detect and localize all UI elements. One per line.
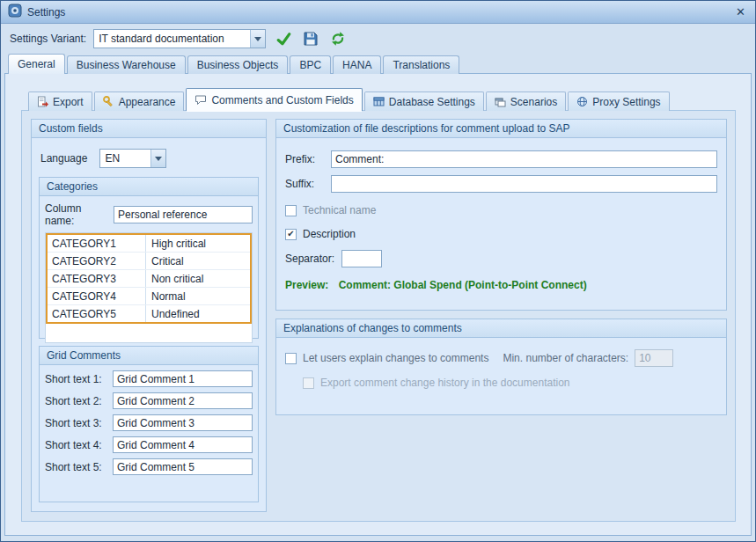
settings-window: Settings ✕ Settings Variant: IT standard… [0,0,756,542]
preview-row: Preview: Comment: Global Spend (Point-to… [285,279,717,291]
short-text-1-label: Short text 1: [45,373,108,385]
category-row[interactable]: CATEGORY5 Undefined [48,305,250,322]
categories-header: Categories [40,178,258,196]
min-characters-label: Min. number of characters: [503,352,628,364]
tab-business-objects[interactable]: Business Objects [187,55,289,74]
grid-comment-row: Short text 4: [45,436,253,453]
subtab-comments-custom-fields[interactable]: Comments and Custom Fields [186,88,362,111]
customization-group: Customization of file descriptions for c… [275,119,727,311]
custom-fields-header: Custom fields [32,120,266,138]
short-text-2-input[interactable] [113,392,253,409]
column-name-label: Column name: [45,202,108,227]
subtab-scenarios-label: Scenarios [510,96,557,108]
dropdown-arrow-icon[interactable] [250,30,265,48]
database-icon [373,96,385,107]
tab-bpc[interactable]: BPC [290,55,331,74]
separator-row: Separator: [285,250,717,267]
tab-translations[interactable]: Translations [383,55,459,74]
short-text-1-input[interactable] [113,370,253,387]
column-name-input[interactable] [114,206,253,223]
appearance-icon [103,96,114,107]
category-value: Undefined [146,305,250,322]
apply-button[interactable] [274,29,293,48]
save-button[interactable] [301,29,320,48]
short-text-2-label: Short text 2: [45,395,108,407]
short-text-5-input[interactable] [113,458,253,475]
dropdown-arrow-icon[interactable] [150,150,165,167]
subtab-proxy-label: Proxy Settings [592,96,660,108]
category-row[interactable]: CATEGORY1 High critical [48,235,250,253]
category-key: CATEGORY3 [48,270,146,287]
short-text-5-label: Short text 5: [45,461,108,473]
export-icon [37,96,48,107]
separator-input[interactable] [341,250,382,267]
subtab-database-label: Database Settings [389,96,475,108]
main-tab-strip: General Business Warehouse Business Obje… [8,54,461,74]
subtab-appearance-label: Appearance [119,96,176,108]
let-users-row: Let users explain changes to comments Mi… [285,349,717,367]
description-label: Description [303,228,356,240]
tab-general[interactable]: General [8,54,65,74]
subtab-database-settings[interactable]: Database Settings [364,92,484,111]
separator-label: Separator: [285,253,334,265]
language-row: Language EN [40,149,257,168]
subtab-scenarios[interactable]: Scenarios [486,92,566,111]
language-value: EN [100,152,150,165]
refresh-button[interactable] [328,29,348,48]
grid-comment-row: Short text 3: [45,414,253,431]
subtab-appearance[interactable]: Appearance [94,92,185,111]
subtab-export-label: Export [53,96,84,108]
custom-fields-group: Custom fields Language EN Categories Col… [31,119,267,512]
category-value: Non critical [146,270,250,287]
comments-custom-fields-page: Custom fields Language EN Categories Col… [21,110,736,522]
close-icon[interactable]: ✕ [733,5,748,18]
check-icon [275,31,292,48]
technical-name-checkbox[interactable] [285,205,297,216]
category-key: CATEGORY1 [48,235,146,252]
preview-value: Comment: Global Spend (Point-to-Point Co… [339,279,587,291]
export-history-row: Export comment change history in the doc… [303,377,717,389]
subtab-proxy-settings[interactable]: Proxy Settings [568,92,669,111]
tab-business-warehouse[interactable]: Business Warehouse [67,55,186,74]
settings-variant-value: IT standard documentation [94,33,250,45]
general-tab-page: Export Appearance Comments and Custom Fi… [4,73,752,536]
export-history-checkbox [303,377,314,389]
prefix-input[interactable] [331,150,717,168]
short-text-3-input[interactable] [113,414,253,431]
preview-label: Preview: [285,279,328,291]
short-text-4-input[interactable] [113,436,253,453]
let-users-explain-label: Let users explain changes to comments [303,352,488,364]
category-value: Normal [146,288,250,304]
explanations-header: Explanations of changes to comments [276,319,726,338]
language-combobox[interactable]: EN [99,149,166,168]
categories-group: Categories Column name: CATEGORY1 High c… [39,177,259,339]
category-row[interactable]: CATEGORY2 Critical [48,253,250,270]
grid-comment-row: Short text 2: [45,392,253,409]
category-key: CATEGORY4 [48,288,146,304]
suffix-row: Suffix: [285,175,717,193]
titlebar: Settings ✕ [1,1,755,24]
explanations-group: Explanations of changes to comments Let … [275,319,727,415]
grid-comments-group: Grid Comments Short text 1: Short text 2… [39,346,259,502]
subtab-export[interactable]: Export [28,92,92,111]
category-row[interactable]: CATEGORY3 Non critical [48,270,250,288]
let-users-explain-checkbox[interactable] [285,353,297,364]
category-row[interactable]: CATEGORY4 Normal [48,288,250,305]
short-text-3-label: Short text 3: [45,417,108,429]
categories-grid-focus-frame: CATEGORY1 High critical CATEGORY2 Critic… [46,233,252,324]
description-row: ✔ Description [285,228,717,240]
floppy-disk-icon [303,31,319,47]
description-checkbox[interactable]: ✔ [285,229,297,240]
customization-header: Customization of file descriptions for c… [276,120,726,138]
language-label: Language [40,152,87,165]
suffix-input[interactable] [331,175,717,193]
tab-hana[interactable]: HANA [333,55,381,74]
column-name-row: Column name: [45,202,253,227]
suffix-label: Suffix: [285,178,324,190]
toolbar: Settings Variant: IT standard documentat… [1,24,755,54]
categories-grid: CATEGORY1 High critical CATEGORY2 Critic… [45,232,253,343]
grid-comment-row: Short text 1: [45,370,253,387]
grid-comment-row: Short text 5: [45,458,253,475]
subtab-comments-label: Comments and Custom Fields [211,94,353,106]
settings-variant-combobox[interactable]: IT standard documentation [93,29,266,48]
